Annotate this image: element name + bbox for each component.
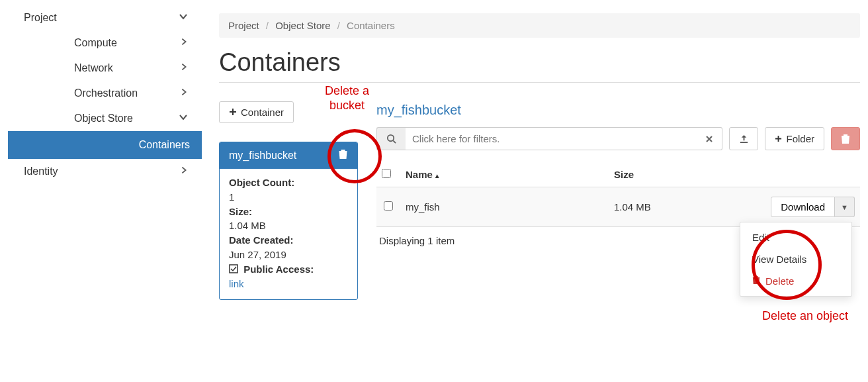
search-group bbox=[376, 127, 722, 150]
sidebar-item-label: Orchestration bbox=[74, 87, 138, 99]
breadcrumb-sep: / bbox=[337, 20, 340, 31]
sidebar-item-network[interactable]: Network bbox=[8, 56, 202, 81]
filters-row: Folder bbox=[376, 127, 860, 150]
add-container-button[interactable]: Container bbox=[219, 101, 294, 123]
menu-item-view-details[interactable]: View Details bbox=[740, 248, 851, 270]
svg-point-1 bbox=[388, 135, 394, 141]
column-header-size[interactable]: Size bbox=[609, 162, 754, 187]
objects-panel: my_fishbucket bbox=[376, 99, 860, 254]
sidebar-item-project[interactable]: Project bbox=[8, 5, 202, 30]
annotation-delete-object-label: Delete an object bbox=[762, 309, 848, 324]
search-icon bbox=[376, 127, 406, 150]
add-folder-button[interactable]: Folder bbox=[765, 127, 824, 150]
chevron-down-icon bbox=[178, 112, 189, 125]
objects-table: Name▲ Size my_fish 1.04 MB bbox=[376, 162, 860, 227]
svg-rect-0 bbox=[230, 265, 238, 273]
main: Project / Object Store / Containers Cont… bbox=[202, 0, 868, 382]
row-action-split: Download ▼ bbox=[771, 197, 855, 217]
field-label: Size: bbox=[229, 206, 252, 217]
sidebar: Project Compute Network Orchestration Ob… bbox=[0, 0, 202, 382]
delete-objects-button[interactable] bbox=[831, 127, 860, 150]
sidebar-item-orchestration[interactable]: Orchestration bbox=[8, 81, 202, 106]
container-card[interactable]: my_fishbucket Object Count: 1 Size: 1.04… bbox=[219, 142, 358, 300]
clear-filter-button[interactable] bbox=[696, 127, 722, 150]
divider bbox=[219, 82, 860, 83]
select-all-checkbox[interactable] bbox=[382, 169, 391, 178]
field-label: Date Created: bbox=[229, 234, 294, 246]
button-label: Container bbox=[241, 107, 284, 118]
plus-icon bbox=[775, 133, 782, 144]
breadcrumb-sep: / bbox=[266, 20, 269, 31]
breadcrumb: Project / Object Store / Containers bbox=[219, 13, 860, 38]
upload-button[interactable] bbox=[729, 127, 758, 150]
column-header-name[interactable]: Name▲ bbox=[400, 162, 609, 187]
page-title: Containers bbox=[219, 48, 860, 77]
field-value: Jun 27, 2019 bbox=[229, 248, 348, 262]
chevron-right-icon bbox=[179, 37, 189, 49]
sort-asc-icon: ▲ bbox=[434, 172, 441, 179]
menu-item-edit[interactable]: Edit bbox=[740, 226, 851, 248]
menu-item-label: Delete bbox=[765, 275, 794, 287]
table-row: my_fish 1.04 MB Download ▼ bbox=[376, 187, 860, 227]
sidebar-item-label: Object Store bbox=[74, 113, 133, 124]
cell-name: my_fish bbox=[400, 187, 609, 227]
public-access-link[interactable]: link bbox=[229, 278, 244, 289]
sidebar-item-object-store[interactable]: Object Store bbox=[8, 106, 202, 131]
chevron-right-icon bbox=[179, 87, 189, 99]
menu-item-delete[interactable]: Delete bbox=[740, 270, 851, 292]
sidebar-item-compute[interactable]: Compute bbox=[8, 30, 202, 56]
trash-icon bbox=[752, 275, 760, 287]
checkbox-icon bbox=[229, 263, 238, 277]
trash-icon[interactable] bbox=[338, 149, 348, 162]
container-list: Container my_fishbucket Object Count: 1 … bbox=[219, 101, 358, 300]
field-value: 1.04 MB bbox=[229, 218, 348, 233]
sidebar-item-label: Containers bbox=[139, 139, 190, 150]
container-name: my_fishbucket bbox=[229, 150, 296, 162]
chevron-right-icon bbox=[179, 62, 189, 74]
sidebar-item-label: Compute bbox=[74, 37, 117, 48]
field-value: 1 bbox=[229, 190, 348, 205]
sidebar-item-label: Project bbox=[24, 12, 57, 23]
row-action-caret[interactable]: ▼ bbox=[835, 197, 855, 217]
breadcrumb-current: Containers bbox=[347, 20, 395, 31]
cell-size: 1.04 MB bbox=[609, 187, 754, 227]
sidebar-item-label: Network bbox=[74, 62, 113, 73]
bucket-heading: my_fishbucket bbox=[376, 103, 860, 118]
field-label: Public Access: bbox=[243, 263, 314, 275]
sidebar-item-identity[interactable]: Identity bbox=[8, 159, 202, 184]
row-checkbox[interactable] bbox=[384, 201, 393, 211]
row-action-menu: Edit View Details Delete bbox=[740, 222, 852, 297]
download-button[interactable]: Download bbox=[771, 197, 835, 217]
chevron-right-icon bbox=[179, 166, 189, 177]
sidebar-item-label: Identity bbox=[24, 166, 58, 177]
breadcrumb-link[interactable]: Project bbox=[228, 20, 259, 31]
button-label: Folder bbox=[786, 133, 814, 144]
filter-input[interactable] bbox=[406, 127, 696, 150]
plus-icon bbox=[229, 107, 237, 118]
breadcrumb-link[interactable]: Object Store bbox=[275, 20, 330, 31]
container-card-body: Object Count: 1 Size: 1.04 MB Date Creat… bbox=[220, 169, 357, 299]
container-card-header[interactable]: my_fishbucket bbox=[220, 142, 357, 169]
field-label: Object Count: bbox=[229, 177, 294, 188]
sidebar-item-containers[interactable]: Containers bbox=[8, 131, 202, 159]
chevron-down-icon bbox=[178, 11, 189, 24]
